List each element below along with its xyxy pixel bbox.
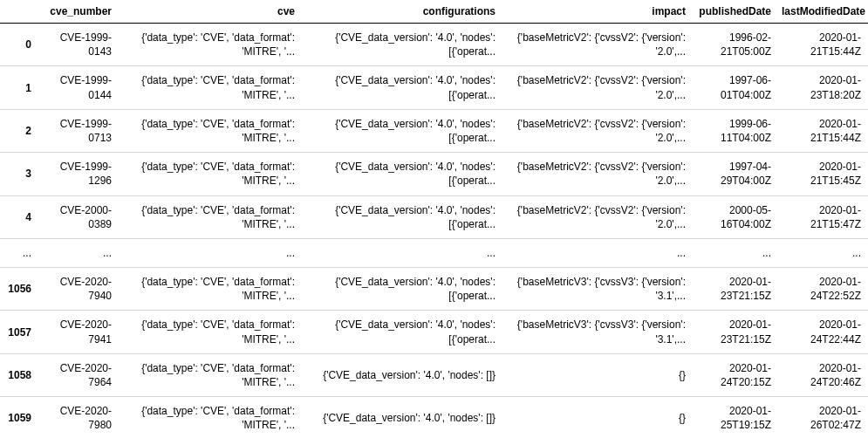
- table-row: .....................: [0, 238, 868, 267]
- cell-configurations: {'CVE_data_version': '4.0', 'nodes': [{'…: [302, 311, 502, 353]
- cell-lastModifiedDate: ...: [778, 238, 868, 267]
- cell-publishedDate: 2020-01- 24T20:15Z: [693, 353, 778, 396]
- row-index: ...: [0, 238, 38, 267]
- col-header-cve-number: cve_number: [38, 0, 119, 24]
- col-header-last-modified-date: lastModifiedDate: [778, 0, 868, 24]
- cell-configurations: {'CVE_data_version': '4.0', 'nodes': [{'…: [302, 195, 502, 238]
- cell-cve: {'data_type': 'CVE', 'data_format': 'MIT…: [119, 268, 302, 311]
- table-row: 2CVE-1999- 0713{'data_type': 'CVE', 'dat…: [0, 109, 868, 152]
- cell-lastModifiedDate: 2020-01- 23T18:20Z: [778, 66, 868, 109]
- cell-cve: {'data_type': 'CVE', 'data_format': 'MIT…: [119, 109, 302, 152]
- cell-impact: {'baseMetricV3': {'cvssV3': {'version': …: [502, 268, 693, 311]
- table-row: 1059CVE-2020- 7980{'data_type': 'CVE', '…: [0, 397, 868, 438]
- cell-cve_number: CVE-2020- 7980: [38, 397, 119, 438]
- cell-publishedDate: 2000-05- 16T04:00Z: [693, 195, 778, 238]
- cell-cve: {'data_type': 'CVE', 'data_format': 'MIT…: [119, 24, 302, 66]
- cell-publishedDate: 2020-01- 25T19:15Z: [693, 397, 778, 438]
- table-row: 1057CVE-2020- 7941{'data_type': 'CVE', '…: [0, 311, 868, 353]
- cell-publishedDate: ...: [693, 238, 778, 267]
- cell-impact: {'baseMetricV2': {'cvssV2': {'version': …: [502, 66, 693, 109]
- cell-cve: {'data_type': 'CVE', 'data_format': 'MIT…: [119, 311, 302, 353]
- cell-cve_number: CVE-2020- 7940: [38, 268, 119, 311]
- table-header: cve_number cve configurations impact pub…: [0, 0, 868, 24]
- cell-impact: {'baseMetricV2': {'cvssV2': {'version': …: [502, 24, 693, 66]
- cell-publishedDate: 2020-01- 23T21:15Z: [693, 268, 778, 311]
- table-body: 0CVE-1999- 0143{'data_type': 'CVE', 'dat…: [0, 24, 868, 439]
- cell-cve: {'data_type': 'CVE', 'data_format': 'MIT…: [119, 153, 302, 195]
- col-header-configurations: configurations: [302, 0, 502, 24]
- cell-configurations: {'CVE_data_version': '4.0', 'nodes': [{'…: [302, 109, 502, 152]
- dataframe-table: cve_number cve configurations impact pub…: [0, 0, 868, 438]
- cell-cve_number: CVE-2020- 7964: [38, 353, 119, 396]
- cell-impact: {'baseMetricV2': {'cvssV2': {'version': …: [502, 109, 693, 152]
- col-header-cve: cve: [119, 0, 302, 24]
- table-row: 1056CVE-2020- 7940{'data_type': 'CVE', '…: [0, 268, 868, 311]
- cell-configurations: {'CVE_data_version': '4.0', 'nodes': [{'…: [302, 268, 502, 311]
- cell-publishedDate: 1997-04- 29T04:00Z: [693, 153, 778, 195]
- table-row: 3CVE-1999- 1296{'data_type': 'CVE', 'dat…: [0, 153, 868, 195]
- row-index: 1059: [0, 397, 38, 438]
- row-index: 4: [0, 195, 38, 238]
- cell-cve: {'data_type': 'CVE', 'data_format': 'MIT…: [119, 195, 302, 238]
- row-index: 3: [0, 153, 38, 195]
- table-row: 1058CVE-2020- 7964{'data_type': 'CVE', '…: [0, 353, 868, 396]
- cell-lastModifiedDate: 2020-01- 21T15:47Z: [778, 195, 868, 238]
- cell-lastModifiedDate: 2020-01- 24T22:44Z: [778, 311, 868, 353]
- row-index: 1056: [0, 268, 38, 311]
- col-header-index: [0, 0, 38, 24]
- cell-cve: ...: [119, 238, 302, 267]
- table-row: 0CVE-1999- 0143{'data_type': 'CVE', 'dat…: [0, 24, 868, 66]
- cell-cve_number: CVE-1999- 0143: [38, 24, 119, 66]
- row-index: 1058: [0, 353, 38, 396]
- cell-cve_number: CVE-1999- 1296: [38, 153, 119, 195]
- row-index: 1: [0, 66, 38, 109]
- cell-lastModifiedDate: 2020-01- 24T20:46Z: [778, 353, 868, 396]
- cell-configurations: {'CVE_data_version': '4.0', 'nodes': [{'…: [302, 24, 502, 66]
- cell-impact: {'baseMetricV3': {'cvssV3': {'version': …: [502, 311, 693, 353]
- cell-publishedDate: 2020-01- 23T21:15Z: [693, 311, 778, 353]
- cell-cve_number: CVE-2020- 7941: [38, 311, 119, 353]
- cell-impact: {'baseMetricV2': {'cvssV2': {'version': …: [502, 195, 693, 238]
- cell-configurations: {'CVE_data_version': '4.0', 'nodes': []}: [302, 397, 502, 438]
- row-index: 2: [0, 109, 38, 152]
- cell-lastModifiedDate: 2020-01- 21T15:44Z: [778, 24, 868, 66]
- cell-cve: {'data_type': 'CVE', 'data_format': 'MIT…: [119, 397, 302, 438]
- cell-configurations: {'CVE_data_version': '4.0', 'nodes': []}: [302, 353, 502, 396]
- cell-lastModifiedDate: 2020-01- 26T02:47Z: [778, 397, 868, 438]
- cell-cve: {'data_type': 'CVE', 'data_format': 'MIT…: [119, 66, 302, 109]
- cell-impact: {}: [502, 353, 693, 396]
- col-header-published-date: publishedDate: [693, 0, 778, 24]
- cell-cve_number: CVE-2000- 0389: [38, 195, 119, 238]
- cell-configurations: {'CVE_data_version': '4.0', 'nodes': [{'…: [302, 153, 502, 195]
- cell-cve_number: CVE-1999- 0144: [38, 66, 119, 109]
- cell-lastModifiedDate: 2020-01- 24T22:52Z: [778, 268, 868, 311]
- cell-publishedDate: 1997-06- 01T04:00Z: [693, 66, 778, 109]
- cell-cve_number: CVE-1999- 0713: [38, 109, 119, 152]
- cell-configurations: ...: [302, 238, 502, 267]
- cell-impact: ...: [502, 238, 693, 267]
- table-row: 4CVE-2000- 0389{'data_type': 'CVE', 'dat…: [0, 195, 868, 238]
- cell-publishedDate: 1999-06- 11T04:00Z: [693, 109, 778, 152]
- table-row: 1CVE-1999- 0144{'data_type': 'CVE', 'dat…: [0, 66, 868, 109]
- cell-lastModifiedDate: 2020-01- 21T15:44Z: [778, 109, 868, 152]
- row-index: 0: [0, 24, 38, 66]
- cell-cve_number: ...: [38, 238, 119, 267]
- cell-lastModifiedDate: 2020-01- 21T15:45Z: [778, 153, 868, 195]
- col-header-impact: impact: [502, 0, 693, 24]
- cell-cve: {'data_type': 'CVE', 'data_format': 'MIT…: [119, 353, 302, 396]
- cell-impact: {}: [502, 397, 693, 438]
- cell-publishedDate: 1996-02- 21T05:00Z: [693, 24, 778, 66]
- cell-impact: {'baseMetricV2': {'cvssV2': {'version': …: [502, 153, 693, 195]
- cell-configurations: {'CVE_data_version': '4.0', 'nodes': [{'…: [302, 66, 502, 109]
- row-index: 1057: [0, 311, 38, 353]
